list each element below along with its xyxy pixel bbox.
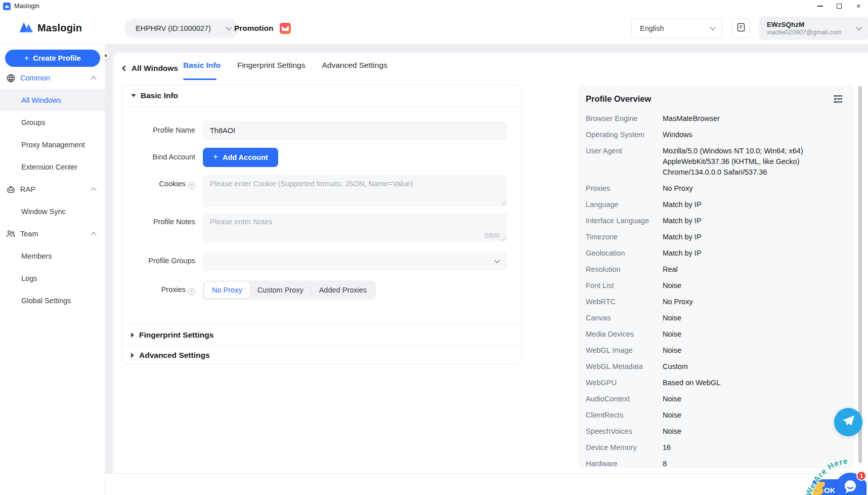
window-titlebar: Maslogin × bbox=[0, 0, 868, 12]
tabs-divider bbox=[183, 80, 522, 80]
workspace-selector[interactable]: EHPHRV (ID:1000027) bbox=[124, 19, 239, 38]
chevron-down-icon bbox=[856, 24, 861, 30]
minimize-button[interactable] bbox=[810, 0, 830, 12]
proxies-label: Proxies? bbox=[122, 280, 195, 300]
sidebar-section-label: RAP bbox=[20, 185, 92, 193]
sidebar-item-global-settings[interactable]: Global Settings bbox=[0, 290, 105, 312]
advanced-settings-label: Advanced Settings bbox=[139, 351, 210, 360]
back-label: All Windows bbox=[132, 64, 178, 73]
proxies-row: Proxies? No Proxy Custom Proxy Added Pro… bbox=[122, 280, 522, 300]
profile-groups-select[interactable] bbox=[203, 252, 507, 271]
sidebar-section-common[interactable]: Common bbox=[0, 67, 105, 89]
tab-fingerprint-settings[interactable]: Fingerprint Settings bbox=[237, 61, 305, 77]
fingerprint-settings-label: Fingerprint Settings bbox=[139, 331, 213, 340]
tab-bar: Basic Info Fingerprint Settings Advanced… bbox=[183, 61, 404, 77]
notes-textarea[interactable] bbox=[203, 213, 507, 242]
brand-logo-icon bbox=[19, 21, 33, 35]
cookies-label: Cookies? bbox=[122, 175, 195, 207]
overview-row: LanguageMatch by IP bbox=[586, 199, 846, 210]
sidebar: + Create Profile Common All Windows Grou… bbox=[0, 45, 105, 495]
chevron-left-icon bbox=[104, 54, 107, 58]
sidebar-item-all-windows[interactable]: All Windows bbox=[0, 89, 105, 111]
help-icon[interactable]: ? bbox=[188, 182, 195, 189]
proxy-tab-no-proxy[interactable]: No Proxy bbox=[204, 282, 250, 298]
clapping-hands-icon bbox=[807, 482, 829, 495]
profile-name-label: Profile Name bbox=[122, 121, 195, 140]
overview-row: GeolocationMatch by IP bbox=[586, 248, 846, 259]
profile-groups-label: Profile Groups bbox=[122, 252, 195, 271]
close-button[interactable]: × bbox=[849, 0, 868, 12]
help-icon[interactable]: ? bbox=[188, 288, 195, 295]
globe-icon bbox=[6, 74, 15, 82]
overview-row: Font ListNoise bbox=[586, 280, 846, 291]
user-menu[interactable]: EWzSQhzM xiaofei020907@gmail.com bbox=[759, 17, 868, 40]
collapse-panel-icon[interactable] bbox=[833, 95, 843, 105]
sidebar-section-team[interactable]: Team bbox=[0, 223, 105, 245]
app-logo-icon bbox=[3, 3, 11, 10]
chevron-up-icon bbox=[91, 76, 96, 81]
sidebar-section-rap[interactable]: RAP bbox=[0, 178, 105, 200]
back-link[interactable]: All Windows bbox=[123, 64, 178, 73]
app-header: Maslogin EHPHRV (ID:1000027) Promotion E… bbox=[0, 12, 868, 45]
team-icon bbox=[6, 230, 15, 238]
tab-advanced-settings[interactable]: Advanced Settings bbox=[322, 61, 387, 77]
caret-down-icon bbox=[131, 94, 136, 97]
overview-row: CanvasNoise bbox=[586, 313, 846, 323]
active-tab-underline bbox=[183, 78, 216, 80]
sidebar-section-label: Team bbox=[20, 230, 92, 238]
overview-row: Media DevicesNoise bbox=[586, 329, 846, 340]
basic-info-section-header[interactable]: Basic Info bbox=[122, 85, 522, 107]
create-profile-label: Create Profile bbox=[33, 54, 80, 62]
sidebar-item-groups[interactable]: Groups bbox=[0, 111, 105, 134]
plus-icon: + bbox=[24, 53, 29, 63]
caret-right-icon bbox=[131, 333, 134, 338]
tab-basic-info[interactable]: Basic Info bbox=[183, 61, 221, 77]
chevron-down-icon bbox=[494, 257, 500, 263]
brand: Maslogin bbox=[19, 21, 82, 35]
profile-name-field[interactable] bbox=[203, 121, 507, 140]
profile-overview-panel: Profile Overview Browser EngineMasMateBr… bbox=[577, 86, 855, 468]
overview-row: SpeechVoicesNoise bbox=[586, 426, 846, 437]
maximize-button[interactable] bbox=[830, 0, 849, 12]
sidebar-item-proxy-management[interactable]: Proxy Management bbox=[0, 134, 105, 156]
profile-notes-row: Profile Notes 0/500 bbox=[122, 213, 522, 242]
overview-row: TimezoneMatch by IP bbox=[586, 232, 846, 242]
chevron-down-icon bbox=[226, 24, 231, 30]
sidebar-item-extension-center[interactable]: Extension Center bbox=[0, 156, 105, 178]
language-label: English bbox=[640, 24, 711, 32]
overview-row: Interface LanguageMatch by IP bbox=[586, 216, 846, 226]
telegram-button[interactable] bbox=[834, 408, 862, 436]
footer-bar bbox=[105, 473, 868, 495]
sidebar-collapse-button[interactable] bbox=[101, 51, 110, 60]
promotion-link[interactable]: Promotion bbox=[234, 23, 291, 34]
proxy-mode-tabs: No Proxy Custom Proxy Added Proxies bbox=[203, 280, 376, 300]
telegram-icon bbox=[841, 415, 855, 430]
sidebar-item-logs[interactable]: Logs bbox=[0, 267, 105, 290]
advanced-settings-section[interactable]: Advanced Settings bbox=[122, 345, 522, 365]
chevron-up-icon bbox=[91, 232, 96, 237]
sidebar-item-members[interactable]: Members bbox=[0, 245, 105, 267]
chevron-left-icon bbox=[122, 65, 127, 71]
cookies-textarea[interactable] bbox=[203, 175, 507, 207]
document-button[interactable] bbox=[731, 19, 751, 38]
bind-account-row: Bind Account + Add Account bbox=[122, 148, 522, 167]
overview-rows: Browser EngineMasMateBrowser Operating S… bbox=[586, 113, 846, 468]
create-profile-button[interactable]: + Create Profile bbox=[5, 50, 100, 67]
section-title: Basic Info bbox=[141, 91, 178, 100]
brand-name: Maslogin bbox=[37, 22, 82, 34]
sidebar-item-window-sync[interactable]: Window Sync bbox=[0, 200, 105, 223]
robot-icon bbox=[6, 185, 15, 194]
overview-row: Operating SystemWindows bbox=[586, 130, 846, 140]
proxy-tab-custom-proxy[interactable]: Custom Proxy bbox=[250, 282, 311, 298]
overview-row: ResolutionReal bbox=[586, 264, 846, 275]
add-account-button[interactable]: + Add Account bbox=[203, 148, 278, 167]
language-selector[interactable]: English bbox=[631, 19, 722, 38]
panel-title: Profile Overview bbox=[586, 93, 846, 104]
add-account-label: Add Account bbox=[223, 153, 268, 161]
overview-row: ProxiesNo Proxy bbox=[586, 183, 846, 194]
proxy-tab-added-proxies[interactable]: Added Proxies bbox=[312, 282, 374, 298]
chevron-down-icon bbox=[710, 24, 715, 30]
fingerprint-settings-section[interactable]: Fingerprint Settings bbox=[122, 324, 522, 345]
vertical-scrollbar[interactable] bbox=[858, 86, 862, 463]
chevron-up-icon bbox=[91, 187, 96, 193]
